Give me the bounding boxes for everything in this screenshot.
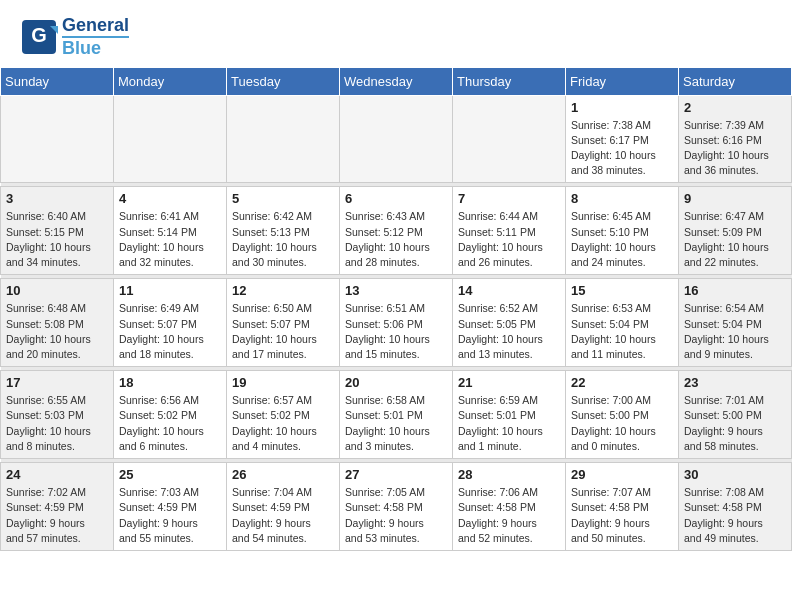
day-info: Sunrise: 7:07 AMSunset: 4:58 PMDaylight:… [571, 485, 673, 546]
day-info: Sunrise: 7:00 AMSunset: 5:00 PMDaylight:… [571, 393, 673, 454]
week-row-5: 24Sunrise: 7:02 AMSunset: 4:59 PMDayligh… [1, 463, 792, 551]
week-row-3: 10Sunrise: 6:48 AMSunset: 5:08 PMDayligh… [1, 279, 792, 367]
day-number: 13 [345, 283, 447, 298]
day-number: 1 [571, 100, 673, 115]
day-info: Sunrise: 7:39 AMSunset: 6:16 PMDaylight:… [684, 118, 786, 179]
day-number: 21 [458, 375, 560, 390]
day-cell: 27Sunrise: 7:05 AMSunset: 4:58 PMDayligh… [340, 463, 453, 551]
day-info: Sunrise: 7:03 AMSunset: 4:59 PMDaylight:… [119, 485, 221, 546]
day-cell: 17Sunrise: 6:55 AMSunset: 5:03 PMDayligh… [1, 371, 114, 459]
week-row-2: 3Sunrise: 6:40 AMSunset: 5:15 PMDaylight… [1, 187, 792, 275]
day-number: 25 [119, 467, 221, 482]
day-number: 26 [232, 467, 334, 482]
day-cell: 23Sunrise: 7:01 AMSunset: 5:00 PMDayligh… [679, 371, 792, 459]
day-info: Sunrise: 6:47 AMSunset: 5:09 PMDaylight:… [684, 209, 786, 270]
day-cell: 24Sunrise: 7:02 AMSunset: 4:59 PMDayligh… [1, 463, 114, 551]
day-info: Sunrise: 6:43 AMSunset: 5:12 PMDaylight:… [345, 209, 447, 270]
day-cell: 6Sunrise: 6:43 AMSunset: 5:12 PMDaylight… [340, 187, 453, 275]
day-number: 28 [458, 467, 560, 482]
day-cell: 16Sunrise: 6:54 AMSunset: 5:04 PMDayligh… [679, 279, 792, 367]
day-cell: 3Sunrise: 6:40 AMSunset: 5:15 PMDaylight… [1, 187, 114, 275]
day-number: 23 [684, 375, 786, 390]
day-info: Sunrise: 6:55 AMSunset: 5:03 PMDaylight:… [6, 393, 108, 454]
day-info: Sunrise: 7:08 AMSunset: 4:58 PMDaylight:… [684, 485, 786, 546]
day-number: 27 [345, 467, 447, 482]
day-info: Sunrise: 6:58 AMSunset: 5:01 PMDaylight:… [345, 393, 447, 454]
day-header-thursday: Thursday [453, 67, 566, 95]
day-cell: 26Sunrise: 7:04 AMSunset: 4:59 PMDayligh… [227, 463, 340, 551]
day-info: Sunrise: 7:05 AMSunset: 4:58 PMDaylight:… [345, 485, 447, 546]
day-header-tuesday: Tuesday [227, 67, 340, 95]
day-cell: 14Sunrise: 6:52 AMSunset: 5:05 PMDayligh… [453, 279, 566, 367]
day-cell: 12Sunrise: 6:50 AMSunset: 5:07 PMDayligh… [227, 279, 340, 367]
day-cell: 15Sunrise: 6:53 AMSunset: 5:04 PMDayligh… [566, 279, 679, 367]
day-info: Sunrise: 6:52 AMSunset: 5:05 PMDaylight:… [458, 301, 560, 362]
day-number: 8 [571, 191, 673, 206]
day-info: Sunrise: 6:53 AMSunset: 5:04 PMDaylight:… [571, 301, 673, 362]
week-row-4: 17Sunrise: 6:55 AMSunset: 5:03 PMDayligh… [1, 371, 792, 459]
day-number: 2 [684, 100, 786, 115]
day-info: Sunrise: 6:51 AMSunset: 5:06 PMDaylight:… [345, 301, 447, 362]
day-cell: 30Sunrise: 7:08 AMSunset: 4:58 PMDayligh… [679, 463, 792, 551]
day-number: 6 [345, 191, 447, 206]
day-info: Sunrise: 7:38 AMSunset: 6:17 PMDaylight:… [571, 118, 673, 179]
day-info: Sunrise: 6:54 AMSunset: 5:04 PMDaylight:… [684, 301, 786, 362]
day-cell: 7Sunrise: 6:44 AMSunset: 5:11 PMDaylight… [453, 187, 566, 275]
day-info: Sunrise: 6:44 AMSunset: 5:11 PMDaylight:… [458, 209, 560, 270]
day-info: Sunrise: 6:41 AMSunset: 5:14 PMDaylight:… [119, 209, 221, 270]
day-number: 4 [119, 191, 221, 206]
day-info: Sunrise: 7:01 AMSunset: 5:00 PMDaylight:… [684, 393, 786, 454]
day-cell: 1Sunrise: 7:38 AMSunset: 6:17 PMDaylight… [566, 95, 679, 183]
day-cell: 28Sunrise: 7:06 AMSunset: 4:58 PMDayligh… [453, 463, 566, 551]
day-info: Sunrise: 6:42 AMSunset: 5:13 PMDaylight:… [232, 209, 334, 270]
day-info: Sunrise: 6:49 AMSunset: 5:07 PMDaylight:… [119, 301, 221, 362]
day-number: 19 [232, 375, 334, 390]
day-cell: 25Sunrise: 7:03 AMSunset: 4:59 PMDayligh… [114, 463, 227, 551]
day-cell: 22Sunrise: 7:00 AMSunset: 5:00 PMDayligh… [566, 371, 679, 459]
day-number: 30 [684, 467, 786, 482]
day-info: Sunrise: 7:04 AMSunset: 4:59 PMDaylight:… [232, 485, 334, 546]
day-number: 12 [232, 283, 334, 298]
day-cell [227, 95, 340, 183]
day-info: Sunrise: 6:50 AMSunset: 5:07 PMDaylight:… [232, 301, 334, 362]
day-cell: 29Sunrise: 7:07 AMSunset: 4:58 PMDayligh… [566, 463, 679, 551]
day-cell [114, 95, 227, 183]
day-number: 24 [6, 467, 108, 482]
day-cell: 20Sunrise: 6:58 AMSunset: 5:01 PMDayligh… [340, 371, 453, 459]
day-number: 7 [458, 191, 560, 206]
day-number: 9 [684, 191, 786, 206]
day-info: Sunrise: 7:06 AMSunset: 4:58 PMDaylight:… [458, 485, 560, 546]
logo-icon: G [20, 18, 58, 56]
logo-text: General [62, 16, 129, 36]
day-info: Sunrise: 6:48 AMSunset: 5:08 PMDaylight:… [6, 301, 108, 362]
day-cell [1, 95, 114, 183]
day-header-sunday: Sunday [1, 67, 114, 95]
calendar-table: SundayMondayTuesdayWednesdayThursdayFrid… [0, 67, 792, 551]
day-cell: 4Sunrise: 6:41 AMSunset: 5:14 PMDaylight… [114, 187, 227, 275]
week-row-1: 1Sunrise: 7:38 AMSunset: 6:17 PMDaylight… [1, 95, 792, 183]
day-info: Sunrise: 6:59 AMSunset: 5:01 PMDaylight:… [458, 393, 560, 454]
day-number: 5 [232, 191, 334, 206]
day-cell: 18Sunrise: 6:56 AMSunset: 5:02 PMDayligh… [114, 371, 227, 459]
day-number: 10 [6, 283, 108, 298]
day-cell [340, 95, 453, 183]
day-info: Sunrise: 6:56 AMSunset: 5:02 PMDaylight:… [119, 393, 221, 454]
day-number: 20 [345, 375, 447, 390]
day-header-friday: Friday [566, 67, 679, 95]
day-cell: 10Sunrise: 6:48 AMSunset: 5:08 PMDayligh… [1, 279, 114, 367]
day-info: Sunrise: 6:40 AMSunset: 5:15 PMDaylight:… [6, 209, 108, 270]
day-number: 16 [684, 283, 786, 298]
day-cell: 9Sunrise: 6:47 AMSunset: 5:09 PMDaylight… [679, 187, 792, 275]
day-number: 11 [119, 283, 221, 298]
day-number: 22 [571, 375, 673, 390]
day-cell [453, 95, 566, 183]
day-header-monday: Monday [114, 67, 227, 95]
day-cell: 11Sunrise: 6:49 AMSunset: 5:07 PMDayligh… [114, 279, 227, 367]
day-number: 18 [119, 375, 221, 390]
day-cell: 21Sunrise: 6:59 AMSunset: 5:01 PMDayligh… [453, 371, 566, 459]
day-info: Sunrise: 6:45 AMSunset: 5:10 PMDaylight:… [571, 209, 673, 270]
day-number: 14 [458, 283, 560, 298]
day-number: 3 [6, 191, 108, 206]
logo-text-blue: Blue [62, 36, 129, 59]
day-number: 29 [571, 467, 673, 482]
